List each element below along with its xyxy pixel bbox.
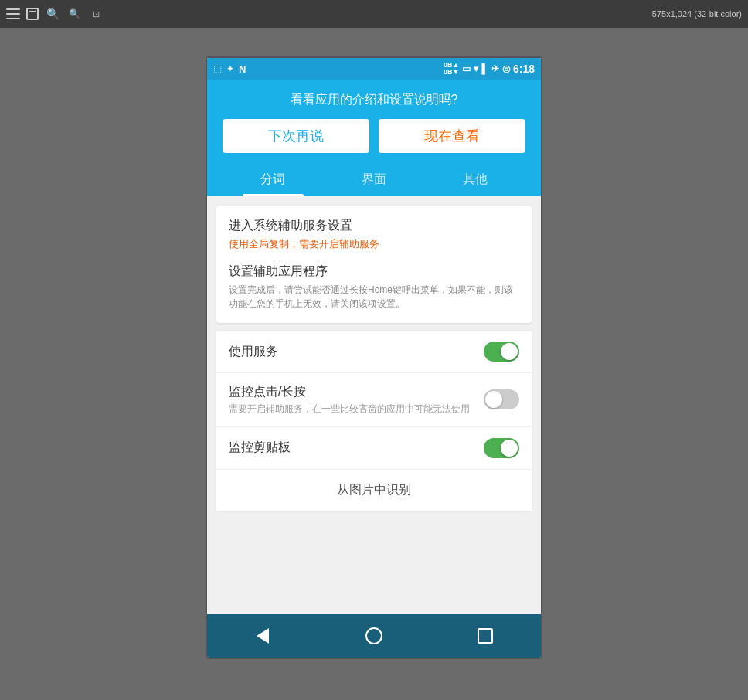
header-buttons: 下次再说 现在查看 [223, 119, 525, 153]
back-button[interactable] [249, 622, 277, 650]
fit-icon[interactable]: ⊡ [88, 6, 104, 22]
airplane-icon: ✈ [491, 63, 499, 74]
signal-icon: ▌ [481, 63, 488, 74]
tabs: 分词 界面 其他 [223, 162, 525, 196]
use-service-label: 使用服务 [229, 344, 474, 360]
menu-icon[interactable] [6, 8, 20, 19]
sync-icon: ✦ [226, 63, 234, 74]
toggles-card: 使用服务 监控点击/长按 需要开启辅助服务，在一些比较吝啬的应用中可能无法使用 [216, 331, 532, 511]
monitor-click-toggle[interactable] [484, 389, 519, 409]
toggle-monitor-click: 监控点击/长按 需要开启辅助服务，在一些比较吝啬的应用中可能无法使用 [216, 372, 532, 426]
back-icon [257, 628, 269, 644]
status-bar: ⬚ ✦ N 0B▲0B▼ ▭ ▾ ▌ ✈ ◎ 6:18 [207, 58, 541, 80]
btn-later[interactable]: 下次再说 [223, 119, 369, 153]
accessibility-service-item[interactable]: 进入系统辅助服务设置 使用全局复制，需要开启辅助服务 [229, 218, 519, 251]
status-left-icons: ⬚ ✦ N [213, 63, 246, 75]
bottom-nav [207, 614, 541, 658]
accessibility-subtitle: 使用全局复制，需要开启辅助服务 [229, 237, 519, 251]
cast-icon: ▭ [462, 63, 471, 74]
tab-qita[interactable]: 其他 [424, 162, 525, 196]
copy-icon: ⬚ [213, 63, 222, 74]
assist-app-item[interactable]: 设置辅助应用程序 设置完成后，请尝试能否通过长按Home键呼出菜单，如果不能，则… [229, 263, 519, 311]
resolution-label: 575x1,024 (32-bit color) [652, 9, 742, 19]
tab-fenci[interactable]: 分词 [223, 162, 324, 196]
use-service-toggle[interactable] [484, 342, 519, 362]
status-right-icons: 0B▲0B▼ ▭ ▾ ▌ ✈ ◎ 6:18 [444, 62, 535, 76]
tab-jemian[interactable]: 界面 [324, 162, 425, 196]
desktop-bar-left: 🔍 🔍 ⊡ [6, 6, 104, 22]
content-area: 进入系统辅助服务设置 使用全局复制，需要开启辅助服务 设置辅助应用程序 设置完成… [207, 196, 541, 614]
data-icon: 0B▲0B▼ [444, 62, 459, 76]
accessibility-title: 进入系统辅助服务设置 [229, 218, 519, 234]
window-icon[interactable] [26, 8, 39, 20]
home-button[interactable] [360, 622, 388, 650]
btn-now[interactable]: 现在查看 [379, 119, 525, 153]
n-icon: N [239, 63, 246, 75]
header-prompt: 看看应用的介绍和设置说明吗? [223, 92, 525, 108]
recognize-image-label: 从图片中识别 [337, 482, 411, 498]
monitor-click-label: 监控点击/长按 [229, 384, 474, 400]
recent-button[interactable] [471, 622, 499, 650]
home-icon [366, 627, 382, 644]
toggle-thumb [501, 343, 518, 360]
assist-app-desc: 设置完成后，请尝试能否通过长按Home键呼出菜单，如果不能，则该功能在您的手机上… [229, 283, 519, 311]
time-label: 6:18 [513, 63, 535, 75]
circle-icon: ◎ [502, 63, 510, 74]
toggle-use-service: 使用服务 [216, 331, 532, 372]
clipboard-toggle[interactable] [484, 438, 519, 458]
monitor-click-desc: 需要开启辅助服务，在一些比较吝啬的应用中可能无法使用 [229, 403, 474, 416]
wifi-icon: ▾ [474, 63, 478, 74]
recognize-image-item[interactable]: 从图片中识别 [216, 469, 532, 511]
assist-app-title: 设置辅助应用程序 [229, 263, 519, 280]
phone-container: ⬚ ✦ N 0B▲0B▼ ▭ ▾ ▌ ✈ ◎ 6:18 看看应用的介绍和设置说明… [206, 56, 542, 659]
clipboard-label: 监控剪贴板 [229, 440, 474, 456]
zoom-in-icon[interactable]: 🔍 [45, 6, 60, 22]
toggle-thumb3 [501, 440, 518, 457]
toggle-thumb2 [485, 391, 502, 408]
recent-icon [478, 628, 493, 644]
toggle-clipboard: 监控剪贴板 [216, 426, 532, 469]
desktop-bar: 🔍 🔍 ⊡ 575x1,024 (32-bit color) [0, 0, 748, 28]
settings-card: 进入系统辅助服务设置 使用全局复制，需要开启辅助服务 设置辅助应用程序 设置完成… [216, 206, 532, 323]
zoom-out-icon[interactable]: 🔍 [66, 6, 82, 22]
header-area: 看看应用的介绍和设置说明吗? 下次再说 现在查看 分词 界面 其他 [207, 80, 541, 196]
